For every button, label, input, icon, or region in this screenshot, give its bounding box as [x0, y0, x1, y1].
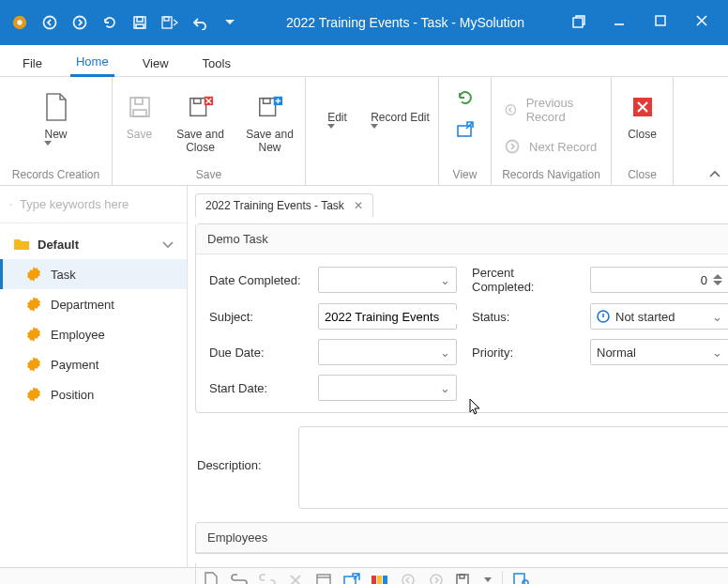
save-icon: [127, 94, 153, 120]
qat-saveclose-icon[interactable]: [161, 14, 178, 31]
tb-window-icon[interactable]: [314, 571, 333, 585]
description-field[interactable]: [298, 426, 728, 509]
window-minimize-icon[interactable]: [614, 15, 629, 30]
document-tab[interactable]: 2022 Training Events - Task ✕: [195, 193, 373, 217]
sidebar-item-employee[interactable]: Employee: [0, 319, 187, 349]
svg-point-3: [74, 17, 86, 29]
window-maximize-icon[interactable]: [655, 15, 670, 30]
due-date-label: Due Date:: [209, 346, 303, 360]
sidebar-item-label: Task: [51, 268, 76, 282]
tb-delete-icon[interactable]: [286, 571, 305, 585]
new-label: New: [44, 128, 67, 141]
search-icon: [9, 197, 12, 212]
tb-color-icon[interactable]: [371, 571, 389, 585]
svg-rect-39: [460, 575, 464, 578]
ribbon-group-edit: Edit Record Edit: [306, 77, 439, 185]
ribbon-group-save: Save Save and Close Save and New Save: [113, 77, 306, 185]
tb-open-icon[interactable]: [342, 571, 361, 585]
tb-prev-icon[interactable]: [399, 571, 417, 585]
tb-more-icon[interactable]: [483, 571, 493, 585]
tb-link-icon[interactable]: [230, 571, 249, 585]
svg-rect-15: [193, 99, 200, 104]
spin-up-icon[interactable]: [713, 273, 722, 280]
ribbon-group-close: Close Close: [612, 77, 674, 185]
svg-rect-33: [372, 576, 376, 585]
tb-preview-icon[interactable]: [512, 571, 531, 585]
qat-forward-icon[interactable]: [71, 14, 88, 31]
svg-rect-20: [458, 126, 471, 136]
refresh-icon[interactable]: [456, 88, 475, 107]
due-date-field[interactable]: ⌄: [318, 339, 457, 365]
tb-unlink-icon[interactable]: [258, 571, 277, 585]
description-label: Description:: [197, 426, 280, 472]
date-completed-field[interactable]: ⌄: [318, 267, 457, 293]
app-icon: [11, 14, 28, 31]
group-close-label: Close: [628, 168, 657, 183]
sidebar-item-task[interactable]: Task: [0, 259, 187, 289]
svg-rect-35: [383, 576, 387, 585]
svg-point-2: [44, 17, 56, 29]
sidebar-item-department[interactable]: Department: [0, 289, 187, 319]
close-button[interactable]: Close: [614, 83, 671, 141]
window-newwin-icon[interactable]: [572, 15, 587, 30]
task-form: Date Completed: ⌄ Percent Completed: 0 S…: [196, 254, 728, 412]
qat-more-icon[interactable]: [221, 14, 238, 31]
panel-title: Demo Task: [196, 224, 728, 254]
quick-access-toolbar: [0, 14, 238, 31]
group-save-label: Save: [196, 168, 221, 183]
new-button[interactable]: New: [24, 83, 88, 146]
start-date-field[interactable]: ⌄: [318, 375, 457, 401]
spin-down-icon[interactable]: [713, 280, 722, 286]
gear-icon: [26, 387, 41, 402]
svg-rect-9: [573, 18, 583, 27]
chevron-down-icon: ⌄: [712, 310, 722, 324]
window-close-icon[interactable]: [696, 15, 711, 30]
open-icon[interactable]: [456, 120, 475, 139]
save-button[interactable]: Save: [113, 83, 167, 141]
qat-save-icon[interactable]: [131, 14, 148, 31]
tab-view[interactable]: View: [137, 49, 174, 76]
svg-rect-5: [137, 17, 143, 22]
sidebar-item-payment[interactable]: Payment: [0, 349, 187, 379]
tb-new-icon[interactable]: [202, 571, 220, 585]
folder-icon: [13, 237, 30, 252]
qat-undo-icon[interactable]: [191, 14, 208, 31]
status-field[interactable]: Not started⌄: [590, 303, 728, 330]
tree-root-default[interactable]: Default: [0, 229, 187, 259]
next-record-button[interactable]: Next Record: [499, 135, 603, 158]
tb-saveclose-icon[interactable]: [455, 571, 474, 585]
sidebar-item-position[interactable]: Position: [0, 379, 187, 409]
priority-value: Normal: [597, 346, 712, 360]
save-close-button[interactable]: Save and Close: [167, 83, 235, 155]
gear-icon: [26, 327, 41, 342]
description-row: Description:: [195, 423, 728, 513]
svg-rect-8: [164, 17, 169, 21]
ribbon-group-nav: Previous Record Next Record Records Navi…: [492, 77, 612, 185]
sidebar-item-label: Payment: [51, 358, 99, 372]
group-edit-label: [371, 168, 373, 183]
subject-input[interactable]: [325, 310, 482, 324]
qat-refresh-icon[interactable]: [101, 14, 118, 31]
svg-rect-14: [190, 99, 205, 116]
sidebar-item-label: Employee: [51, 328, 105, 342]
prev-record-button[interactable]: Previous Record: [499, 92, 603, 128]
ribbon-collapse-icon[interactable]: [709, 170, 720, 179]
priority-field[interactable]: Normal⌄: [590, 339, 728, 365]
prev-record-label: Previous Record: [526, 96, 598, 124]
record-edit-label: Record Edit: [371, 111, 430, 124]
tab-home[interactable]: Home: [70, 47, 114, 77]
subject-field[interactable]: [318, 303, 457, 330]
save-new-button[interactable]: Save and New: [235, 83, 306, 155]
gear-icon: [26, 357, 41, 372]
tab-tools[interactable]: Tools: [197, 49, 236, 76]
tb-next-icon[interactable]: [427, 571, 446, 585]
tab-close-icon[interactable]: ✕: [354, 199, 363, 212]
edit-button[interactable]: Edit: [310, 83, 366, 130]
qat-back-icon[interactable]: [41, 14, 58, 31]
tab-file[interactable]: File: [17, 49, 48, 76]
percent-completed-field[interactable]: 0: [590, 267, 728, 293]
record-edit-button[interactable]: Record Edit: [366, 83, 435, 130]
chevron-down-icon: ⌄: [440, 346, 450, 360]
percent-completed-label: Percent Completed:: [472, 266, 575, 294]
search-input[interactable]: [20, 197, 177, 211]
